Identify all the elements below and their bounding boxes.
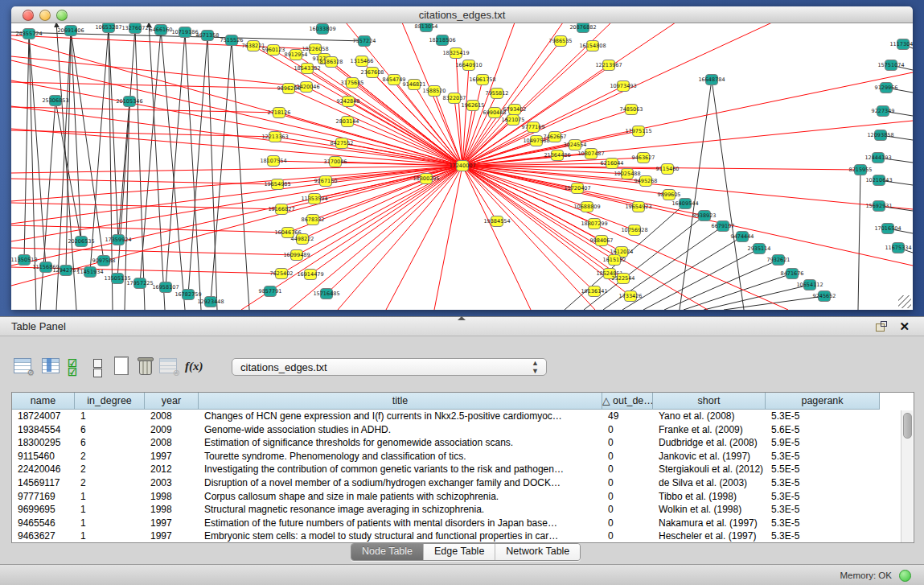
graph-edge[interactable] [724,296,824,310]
graph-node[interactable]: 8678332 [302,215,325,225]
tab-edge-table[interactable]: Edge Table [424,544,495,560]
graph-node[interactable]: 9463627 [632,153,655,163]
table-cell[interactable]: 0 [602,476,653,490]
table-row[interactable]: 1456911722003Disruption of a novel membe… [12,476,914,490]
graph-edge[interactable] [11,248,297,255]
table-cell[interactable]: 22420046 [12,463,75,476]
graph-edge[interactable] [185,32,201,310]
table-cell[interactable]: Dudbridge et al. (2008) [653,436,766,450]
table-cell[interactable]: Structural magnetic resonance image aver… [199,503,602,517]
table-cell[interactable]: 5.3E-5 [766,476,880,490]
graph-node[interactable]: 17957225 [126,278,153,289]
splitter-handle[interactable] [458,316,466,320]
graph-node[interactable]: 9884067 [590,236,614,246]
table-cell[interactable]: Hescheler et al. (1997) [653,529,766,543]
graph-node[interactable]: 18807299 [581,219,607,229]
table-row[interactable]: 1830029562008Estimation of significance … [12,436,914,450]
graph-node[interactable]: 18107554 [260,156,286,167]
table-cell[interactable]: 1997 [145,517,199,530]
table-cell[interactable]: 5.6E-5 [766,423,880,437]
graph-edge[interactable] [462,166,614,260]
table-cell[interactable]: Wolkin et al. (1998) [653,503,766,517]
table-cell[interactable]: 5.5E-5 [766,463,880,476]
graph-edge[interactable] [279,113,462,166]
graph-node[interactable]: 2803144 [336,117,359,127]
table-cell[interactable]: Tibbo et al. (1998) [653,490,766,504]
table-mode-icon[interactable]: ⚙ [13,356,34,377]
table-cell[interactable]: 18300295 [12,436,75,450]
table-cell[interactable]: Franke et al. (2009) [653,423,766,437]
table-cell[interactable]: Investigating the contribution of common… [199,463,602,476]
graph-node[interactable]: 2522544 [612,274,635,284]
graph-node[interactable]: 15751074 [877,60,904,71]
graph-node[interactable]: 16914479 [297,270,323,280]
table-cell[interactable]: Disruption of a novel member of a sodium… [199,476,602,490]
table-cell[interactable]: 2 [75,463,145,476]
graph-node[interactable]: 8471676 [781,269,804,279]
table-row[interactable]: 946554611997Estimation of the future num… [12,517,914,530]
graph-node[interactable]: 13276072 [121,23,148,34]
table-cell[interactable]: 2009 [145,423,199,437]
graph-edge[interactable] [140,30,161,283]
tab-node-table[interactable]: Node Table [351,544,424,560]
graph-edge[interactable] [149,23,165,310]
graph-node[interactable]: 16961758 [469,75,495,85]
table-cell[interactable]: 2 [75,450,145,463]
table-cell[interactable]: 5.9E-5 [766,436,880,450]
graph-node[interactable]: 1615152 [603,255,626,266]
graph-edge[interactable] [462,23,772,166]
function-builder-icon[interactable]: f(x) [185,360,206,381]
graph-node[interactable]: 12444193 [864,153,891,163]
table-cell[interactable]: Tourette syndrome. Phenomenology and cla… [199,450,602,463]
table-cell[interactable]: 0 [602,490,653,504]
graph-node[interactable]: 9857791 [259,286,282,297]
graph-node[interactable]: 3024554 [564,140,587,150]
graph-node[interactable]: 16640910 [455,60,482,71]
table-cell[interactable]: 0 [602,450,653,463]
table-cell[interactable]: 49 [602,410,653,423]
table-cell[interactable]: 1997 [145,450,199,463]
table-cell[interactable]: 1998 [145,490,199,504]
table-cell[interactable]: 19384554 [12,423,75,437]
graph-node[interactable]: 19136141 [581,286,607,297]
graph-node[interactable]: 2935114 [748,244,771,254]
graph-edge[interactable] [71,31,81,241]
graph-node[interactable]: 9129966 [875,83,898,93]
graph-node[interactable]: 17359924 [105,235,131,245]
graph-edge[interactable] [704,285,810,310]
table-cell[interactable]: 1 [75,529,145,543]
graph-edge[interactable] [11,179,277,184]
graph-node[interactable]: 25306853 [42,96,68,106]
graph-edge[interactable] [11,82,289,89]
graph-node[interactable]: 15716485 [313,289,339,299]
graph-edge[interactable] [338,166,462,310]
table-row[interactable]: 911546021997Tourette syndrome. Phenomeno… [12,450,914,463]
graph-edge[interactable] [462,23,563,166]
graph-node[interactable]: 17016504 [874,224,901,234]
table-cell[interactable]: 0 [602,529,653,543]
table-cell[interactable]: 5.3E-5 [766,410,880,423]
delete-column-icon[interactable] [135,356,156,377]
memory-status-icon[interactable] [899,570,911,582]
graph-edge[interactable] [211,40,232,302]
graph-edge[interactable] [166,32,185,287]
table-cell[interactable]: 1 [75,503,145,517]
table-cell[interactable]: 2008 [145,436,199,450]
graph-node[interactable]: 20876882 [569,23,596,33]
graph-edge[interactable] [11,166,462,241]
graph-node[interactable]: 9227349 [872,106,895,117]
network-graph[interactable]: 2435572420691406106532871327607264661601… [11,23,913,310]
graph-node[interactable]: 7955812 [486,89,509,99]
graph-node[interactable]: 8186328 [320,57,343,68]
graph-node[interactable]: 16033809 [309,24,335,35]
graph-edge[interactable] [11,130,275,137]
graph-node[interactable]: 8215955 [849,165,873,175]
graph-node[interactable]: 11173042 [889,39,913,50]
table-cell[interactable]: 9777169 [12,490,75,504]
table-cell[interactable]: Jankovic et al. (1997) [653,450,766,463]
table-cell[interactable]: 6 [75,423,145,437]
table-cell[interactable]: 0 [602,517,653,530]
graph-edge[interactable] [456,53,462,166]
table-cell[interactable]: Yano et al. (2008) [653,410,766,423]
graph-node[interactable]: 10807487 [577,149,604,159]
